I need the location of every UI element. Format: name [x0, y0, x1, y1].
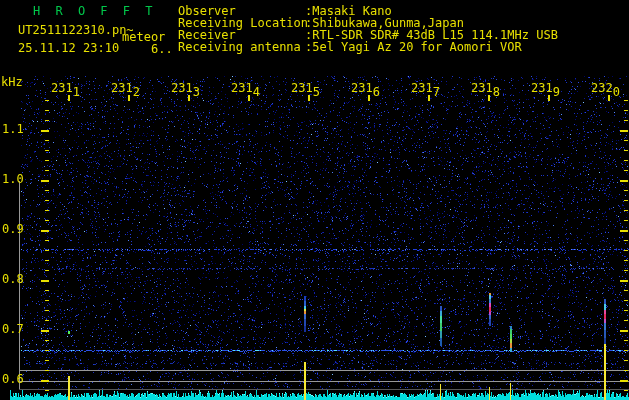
freq-tick-label: 0.7 [2, 323, 24, 335]
app-title: H R O F F T [33, 5, 156, 17]
time-tick-label: 2312 [111, 82, 140, 94]
time-tick-label: 2311 [51, 82, 80, 94]
freq-tick-label: 0.9 [2, 223, 24, 235]
capture-datetime: 25.11.12 23:10 [18, 42, 119, 54]
time-tick-label: 2313 [171, 82, 200, 94]
time-tick-label: 2319 [531, 82, 560, 94]
time-tick-label: 2320 [591, 82, 620, 94]
freq-tick-label: 0.8 [2, 273, 24, 285]
capture-filename: UT2511122310.pn~ [18, 24, 134, 36]
station-field-row: Receiving antenna:5el Yagi Az 20 for Aom… [178, 41, 558, 53]
echo-count: 6.. [151, 43, 173, 55]
time-tick-label: 2317 [411, 82, 440, 94]
station-info: Observer:Masaki KanoReceiving Location:S… [178, 5, 558, 53]
hrofft-screen: H R O F F T UT2511122310.pn~ meteor 25.1… [0, 0, 629, 400]
spectrogram-canvas [0, 0, 629, 400]
freq-tick-label: 0.6 [2, 373, 24, 385]
freq-axis-unit-label: kHz [1, 76, 23, 88]
time-tick-label: 2318 [471, 82, 500, 94]
time-tick-label: 2315 [291, 82, 320, 94]
freq-tick-label: 1.1 [2, 123, 24, 135]
time-tick-label: 2316 [351, 82, 380, 94]
field-label: Receiving antenna [178, 41, 305, 53]
time-tick-label: 2314 [231, 82, 260, 94]
field-value: :5el Yagi Az 20 for Aomori VOR [305, 40, 522, 54]
freq-tick-label: 1.0 [2, 173, 24, 185]
